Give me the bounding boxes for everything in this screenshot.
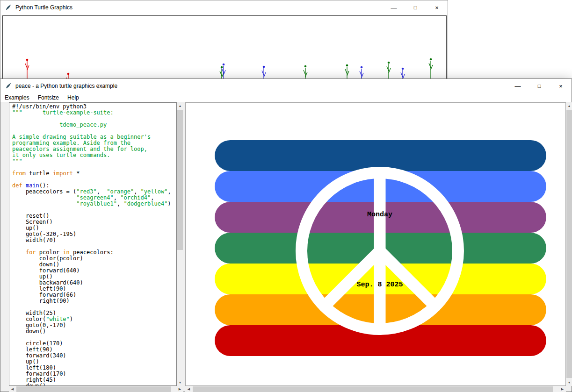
bg-minimize-button[interactable]: —	[383, 0, 405, 14]
code-pane[interactable]: #!/usr/bin/env python3""" turtle-example…	[9, 102, 177, 386]
main-window-title: peace - a Python turtle graphics example	[15, 83, 117, 89]
tk-feather-icon	[5, 82, 12, 90]
bg-maximize-button[interactable]: □	[405, 0, 426, 14]
scroll-right-icon[interactable]: ▶	[176, 386, 183, 392]
main-maximize-button[interactable]: □	[529, 79, 550, 93]
date-label: Sep. 8 2025	[356, 281, 403, 289]
scrollbar-thumb[interactable]	[177, 110, 183, 250]
scroll-down-icon[interactable]: ▼	[177, 379, 183, 386]
menubar: Examples Fontsize Help	[0, 93, 572, 102]
menu-examples[interactable]: Examples	[0, 93, 34, 102]
peace-window: peace - a Python turtle graphics example…	[0, 78, 572, 392]
scroll-down-icon[interactable]: ▼	[566, 379, 572, 386]
code-vertical-scrollbar[interactable]: ▲ ▼	[177, 102, 183, 386]
weekday-label: Monday	[367, 211, 392, 219]
bg-close-button[interactable]: ×	[426, 0, 448, 14]
code-area[interactable]: #!/usr/bin/env python3""" turtle-example…	[12, 104, 176, 385]
main-titlebar[interactable]: peace - a Python turtle graphics example…	[0, 79, 572, 93]
tk-feather-icon	[5, 4, 12, 11]
menu-fontsize[interactable]: Fontsize	[34, 93, 63, 102]
tree	[429, 58, 433, 81]
scroll-left-icon[interactable]: ◀	[9, 386, 16, 392]
scroll-up-icon[interactable]: ▲	[177, 102, 183, 109]
bg-window-title: Python Turtle Graphics	[15, 4, 72, 11]
scrollbar-thumb[interactable]	[193, 386, 553, 392]
code-horizontal-scrollbar[interactable]: ◀ ▶	[9, 386, 183, 392]
canvas-vertical-scrollbar[interactable]: ▲ ▼	[566, 102, 572, 386]
scrollbar-thumb[interactable]	[16, 386, 171, 392]
scrollbar-thumb[interactable]	[566, 110, 572, 378]
canvas-horizontal-scrollbar[interactable]: ◀ ▶	[185, 386, 566, 392]
main-minimize-button[interactable]: —	[507, 79, 529, 93]
peace-symbol	[186, 103, 566, 386]
main-close-button[interactable]: ×	[550, 79, 572, 93]
menu-help[interactable]: Help	[63, 93, 83, 102]
tree	[25, 59, 29, 81]
bg-titlebar[interactable]: Python Turtle Graphics — □ ×	[0, 0, 448, 14]
scroll-up-icon[interactable]: ▲	[566, 102, 572, 109]
drawing-canvas: Monday Sep. 8 2025	[185, 102, 566, 386]
scroll-left-icon[interactable]: ◀	[185, 386, 192, 392]
scroll-right-icon[interactable]: ▶	[559, 386, 566, 392]
